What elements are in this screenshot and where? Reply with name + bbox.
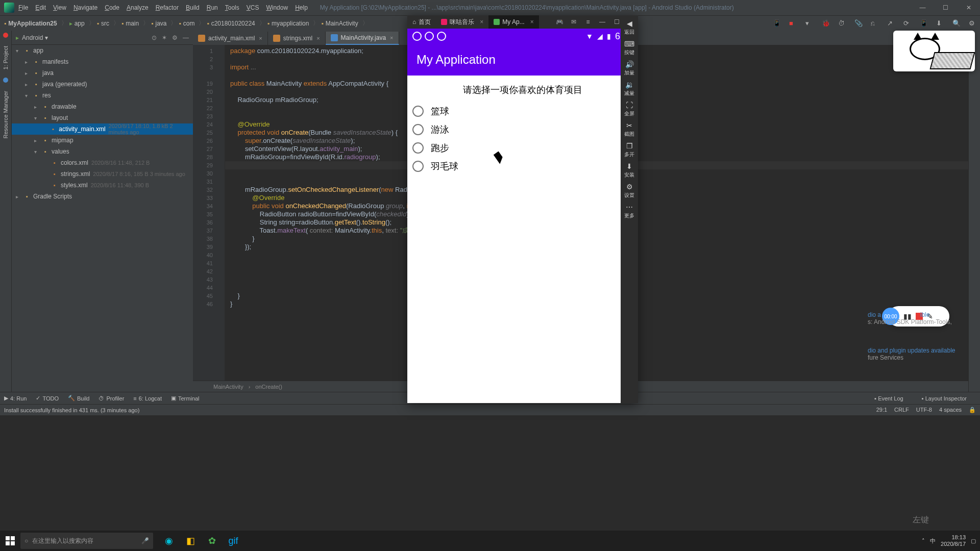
menu-icon[interactable]: ▾ (805, 19, 814, 28)
tree-item[interactable]: ▸▪java (generated) (12, 79, 193, 90)
avd-icon[interactable]: 📱 (920, 19, 928, 28)
menu-build[interactable]: Build (186, 4, 200, 11)
emu-side-button[interactable]: ⚙设置 (622, 182, 637, 200)
tree-item[interactable]: ▸▪mipmap (12, 135, 193, 146)
menu-view[interactable]: View (53, 4, 66, 11)
project-tab[interactable]: 1: Project (2, 43, 10, 72)
taskbar-app[interactable]: ◉ (158, 531, 180, 551)
tree-item[interactable]: ▪activity_main.xml2020/8/17 18:10, 1.8 k… (12, 123, 193, 135)
mic-icon[interactable]: 🎤 (141, 537, 149, 544)
collapse-icon[interactable]: ✶ (162, 34, 167, 41)
emu-side-button[interactable]: ❐多开 (622, 141, 637, 159)
menu-help[interactable]: Help (295, 4, 308, 11)
bongo-cat-widget[interactable] (893, 31, 975, 71)
bottom-tab[interactable]: ✓TODO (36, 395, 59, 402)
editor-tab[interactable]: activity_main.xml× (193, 32, 268, 45)
tree-item[interactable]: ▾▪app (12, 45, 193, 56)
hide-icon[interactable]: — (183, 34, 189, 41)
emu-side-button[interactable]: ⋯更多 (622, 202, 637, 220)
close-icon[interactable]: × (530, 18, 534, 26)
menu-vcs[interactable]: VCS (247, 4, 259, 11)
tree-item[interactable]: ▸▪manifests (12, 56, 193, 67)
menu-window[interactable]: Window (266, 4, 288, 11)
sync-icon[interactable]: ⟳ (903, 19, 912, 28)
emu-win-btn[interactable]: 🎮 (552, 18, 567, 26)
maximize-button[interactable]: ☐ (934, 0, 957, 15)
minimize-button[interactable]: — (911, 0, 934, 15)
close-icon[interactable]: × (480, 18, 483, 26)
emu-side-button[interactable]: 🔉减量 (622, 80, 637, 98)
encoding[interactable]: UTF-8 (916, 407, 932, 413)
bottom-tab[interactable]: ≡6: Logcat (133, 395, 162, 402)
vcs-icon[interactable]: ⎌ (871, 19, 879, 28)
radio-option[interactable]: 跑步 (407, 139, 638, 157)
settings-icon[interactable]: ⚙ (969, 19, 977, 28)
tree-item[interactable]: ▸▪Gradle Scripts (12, 191, 193, 202)
menu-tools[interactable]: Tools (225, 4, 239, 11)
menu-analyze[interactable]: Analyze (127, 4, 149, 11)
bottom-tab[interactable]: ▣Terminal (171, 395, 200, 402)
notification-1[interactable]: dio a ible s: Android SDK Platform-Tools… (868, 311, 965, 325)
debug-icon[interactable]: 🐞 (822, 19, 830, 28)
breadcrumb-item[interactable]: ▸app (69, 20, 85, 27)
emu-tab[interactable]: My Ap...× (488, 15, 538, 29)
taskbar-app[interactable]: ◧ (180, 531, 201, 551)
menu-refactor[interactable]: Refactor (156, 4, 179, 11)
tree-item[interactable]: ▪strings.xml2020/8/17 8:16, 185 B 3 minu… (12, 168, 193, 180)
breadcrumb-item[interactable]: ▪c201801020224 (207, 20, 255, 27)
project-view-title[interactable]: Android (22, 34, 43, 41)
bottom-tab[interactable]: ⏱Profiler (99, 395, 124, 402)
resource-manager-tab[interactable]: Resource Manager (2, 88, 10, 142)
tree-item[interactable]: ▸▪drawable (12, 101, 193, 112)
bottom-tab[interactable]: ▪ Event Log (874, 395, 903, 402)
close-tab-icon[interactable]: × (316, 35, 320, 41)
close-tab-icon[interactable]: × (259, 35, 262, 41)
target-icon[interactable]: ⊙ (152, 34, 157, 41)
sdk-icon[interactable]: ⬇ (936, 19, 944, 28)
close-tab-icon[interactable]: × (390, 35, 393, 41)
git-icon[interactable]: ↗ (887, 19, 895, 28)
bottom-tab[interactable]: ▪ Layout Inspector (922, 395, 967, 402)
breadcrumb-item[interactable]: ▪MainActivity (321, 20, 358, 27)
emu-side-button[interactable]: ⬇安装 (622, 161, 637, 180)
emu-home-tab[interactable]: ⌂ 首页 (407, 15, 436, 29)
ime-icon[interactable]: 中 (930, 537, 936, 545)
menu-navigate[interactable]: Navigate (74, 4, 97, 11)
device-icon[interactable]: 📱 (773, 19, 781, 28)
tree-item[interactable]: ▾▪values (12, 146, 193, 157)
search-box[interactable]: ○ 在这里输入以搜索内容 🎤 (20, 533, 153, 549)
emu-tab[interactable]: 咪咕音乐× (436, 15, 488, 29)
menu-file[interactable]: File (18, 4, 28, 11)
emu-side-button[interactable]: ⛶全屏 (622, 100, 637, 118)
tree-item[interactable]: ▸▪java (12, 67, 193, 79)
indent[interactable]: 4 spaces (939, 407, 962, 413)
bottom-tab[interactable]: ▶4: Run (4, 395, 27, 402)
breadcrumb-item[interactable]: ▪com (179, 20, 194, 27)
tray-up-icon[interactable]: ˄ (922, 538, 925, 544)
editor-tab[interactable]: strings.xml× (268, 32, 326, 45)
menu-run[interactable]: Run (207, 4, 218, 11)
emu-side-button[interactable]: 🔊加量 (622, 59, 637, 78)
emu-win-btn[interactable]: ✉ (567, 18, 581, 26)
menu-code[interactable]: Code (105, 4, 119, 11)
bottom-tab[interactable]: 🔨Build (68, 395, 89, 402)
breadcrumb-item[interactable]: ▪MyApplication25 (4, 20, 57, 27)
menu-edit[interactable]: Edit (35, 4, 46, 11)
tree-item[interactable]: ▾▪res (12, 90, 193, 101)
notification-2[interactable]: dio and plugin updates availablefure Ser… (868, 347, 965, 361)
emu-side-button[interactable]: ✂截图 (622, 120, 637, 139)
radio-option[interactable]: 游泳 (407, 120, 638, 139)
system-clock[interactable]: 18:132020/8/17 (941, 534, 966, 547)
tree-item[interactable]: ▾▪layout (12, 112, 193, 123)
breadcrumb-item[interactable]: ▪java (151, 20, 166, 27)
editor-tab[interactable]: MainActivity.java× (326, 32, 399, 45)
emu-win-btn[interactable]: ≡ (581, 18, 595, 26)
emu-side-button[interactable]: ◀返回 (622, 18, 637, 37)
breadcrumb-item[interactable]: ▪myapplication (267, 20, 309, 27)
notification-center[interactable]: ▢ (971, 538, 976, 544)
run-icon[interactable]: ■ (789, 19, 797, 28)
settings-icon[interactable]: ⚙ (172, 34, 178, 41)
start-button[interactable] (0, 531, 20, 551)
emu-win-btn[interactable]: — (595, 18, 609, 26)
taskbar-app[interactable]: ✿ (201, 531, 223, 551)
